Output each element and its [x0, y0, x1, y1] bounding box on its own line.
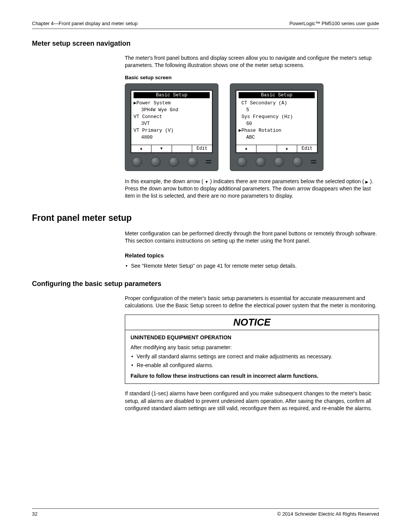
right-arrow-inline-icon: ▶ [365, 180, 368, 184]
lcd-row: ▶Phase Rotation [239, 127, 315, 134]
page-header: Chapter 4—Front panel display and meter … [32, 21, 379, 29]
notice-bullet: Re-enable all configured alarms. [131, 362, 373, 369]
up-arrow-icon: ▲ [277, 145, 297, 152]
lcd-left: Basic Setup ▶Power System 3PH4W Wye Gnd … [131, 90, 213, 153]
section-front-panel-setup: Front panel meter setup [32, 213, 379, 223]
meter-device-right: Basic Setup CT Secondary (A) 5 Sys Frequ… [230, 83, 323, 171]
foot-edit: Edit [297, 145, 317, 152]
para-after-notice: If standard (1-sec) alarms have been con… [125, 390, 379, 412]
hardware-button [293, 157, 303, 167]
hardware-button [188, 157, 198, 167]
notice-subtitle: UNINTENDED EQUIPMENT OPERATION [131, 334, 373, 342]
hardware-button [151, 157, 161, 167]
lcd-footer: ▲ ▼ Edit [131, 145, 212, 152]
caption-basic-setup: Basic setup screen [125, 75, 379, 80]
header-left: Chapter 4—Front panel display and meter … [32, 21, 138, 26]
lcd-value: ABC [239, 134, 315, 141]
lcd-row: VT Connect [134, 113, 210, 120]
hardware-button [237, 157, 247, 167]
foot-blank [256, 145, 277, 152]
notice-bullet: Verify all standard alarms settings are … [131, 353, 373, 361]
copyright: © 2014 Schneider Electric All Rights Res… [277, 511, 379, 517]
lcd-row: VT Primary (V) [134, 127, 210, 134]
heading-related-topics: Related topics [125, 252, 379, 259]
lcd-row: Sys Frequency (Hz) [239, 113, 315, 120]
foot-edit: Edit [192, 145, 212, 152]
meter-device-left: Basic Setup ▶Power System 3PH4W Wye Gnd … [125, 83, 218, 171]
section-meter-setup-nav: Meter setup screen navigation [32, 40, 379, 48]
para-nav-intro: The meter's front panel buttons and disp… [125, 54, 379, 69]
hardware-button [132, 157, 142, 167]
lcd-row: ▶Power System [134, 100, 210, 107]
menu-bars-icon [311, 160, 316, 163]
menu-bars-icon [206, 160, 211, 163]
notice-intro: After modifying any basic setup paramete… [131, 344, 373, 351]
page-number: 32 [32, 511, 37, 517]
notice-title: NOTICE [125, 315, 379, 330]
lcd-footer: ▲ ▲ Edit [236, 145, 317, 152]
up-arrow-icon: ▲ [131, 145, 151, 152]
notice-warning: Failure to follow these instructions can… [131, 372, 373, 380]
section-configuring-basic: Configuring the basic setup parameters [32, 280, 379, 288]
page-footer: 32 © 2014 Schneider Electric All Rights … [32, 508, 379, 517]
lcd-value: 4800 [134, 134, 210, 141]
para-example: In this example, the down arrow ( ▼ ) in… [125, 178, 379, 200]
hardware-button [169, 157, 179, 167]
lcd-value: 5 [239, 107, 315, 113]
lcd-right: Basic Setup CT Secondary (A) 5 Sys Frequ… [236, 90, 318, 153]
hardware-button [256, 157, 266, 167]
para-front-panel: Meter configuration can be performed dir… [125, 230, 379, 245]
notice-box: NOTICE UNINTENDED EQUIPMENT OPERATION Af… [125, 315, 379, 384]
header-right: PowerLogic™ PM5100 series user guide [289, 21, 379, 26]
down-arrow-icon: ▼ [151, 145, 172, 152]
foot-blank [172, 145, 192, 152]
down-arrow-inline-icon: ▼ [205, 180, 209, 184]
lcd-value: 3PH4W Wye Gnd [134, 107, 210, 113]
up-arrow-icon: ▲ [236, 145, 256, 152]
related-topic-item: See "Remote Meter Setup" on page 41 for … [125, 262, 379, 270]
lcd-title: Basic Setup [134, 92, 210, 98]
lcd-value: 3VT [134, 120, 210, 127]
meter-screens: Basic Setup ▶Power System 3PH4W Wye Gnd … [125, 83, 379, 171]
para-configuring: Proper configuration of the meter's basi… [125, 295, 379, 310]
hardware-button [274, 157, 284, 167]
lcd-title: Basic Setup [239, 92, 315, 98]
lcd-row: CT Secondary (A) [239, 100, 315, 107]
lcd-value: 60 [239, 120, 315, 127]
